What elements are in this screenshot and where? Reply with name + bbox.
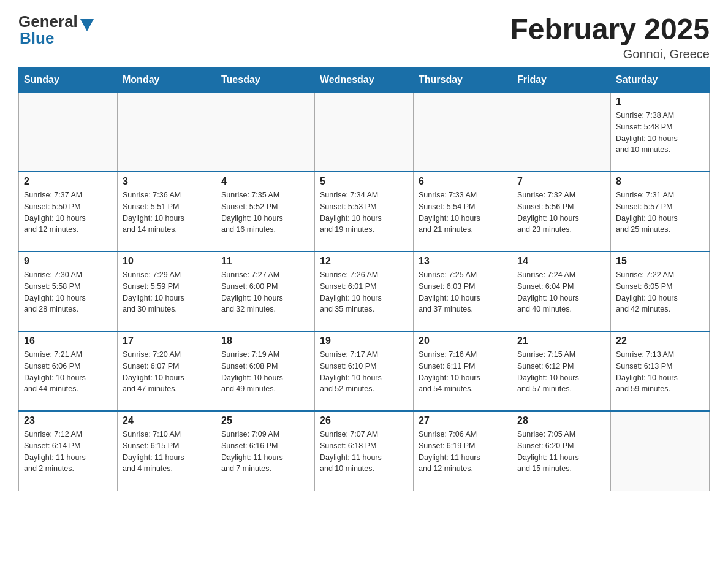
calendar-cell: 6Sunrise: 7:33 AM Sunset: 5:54 PM Daylig… bbox=[414, 172, 512, 251]
day-number: 19 bbox=[320, 335, 408, 347]
calendar-cell: 22Sunrise: 7:13 AM Sunset: 6:13 PM Dayli… bbox=[611, 331, 710, 411]
day-number: 13 bbox=[419, 256, 507, 267]
weekday-header-tuesday: Tuesday bbox=[216, 68, 315, 93]
calendar-cell: 19Sunrise: 7:17 AM Sunset: 6:10 PM Dayli… bbox=[315, 331, 414, 411]
calendar-cell: 12Sunrise: 7:26 AM Sunset: 6:01 PM Dayli… bbox=[315, 251, 414, 331]
calendar-table: SundayMondayTuesdayWednesdayThursdayFrid… bbox=[18, 67, 710, 491]
day-number: 12 bbox=[320, 256, 408, 267]
calendar-cell: 11Sunrise: 7:27 AM Sunset: 6:00 PM Dayli… bbox=[216, 251, 315, 331]
day-info: Sunrise: 7:26 AM Sunset: 6:01 PM Dayligh… bbox=[320, 269, 408, 315]
calendar-cell: 9Sunrise: 7:30 AM Sunset: 5:58 PM Daylig… bbox=[19, 251, 118, 331]
title-section: February 2025 Gonnoi, Greece bbox=[510, 12, 710, 61]
day-info: Sunrise: 7:15 AM Sunset: 6:12 PM Dayligh… bbox=[517, 349, 605, 395]
calendar-week-1: 2Sunrise: 7:37 AM Sunset: 5:50 PM Daylig… bbox=[19, 172, 710, 251]
calendar-cell: 10Sunrise: 7:29 AM Sunset: 5:59 PM Dayli… bbox=[118, 251, 216, 331]
calendar-cell: 1Sunrise: 7:38 AM Sunset: 5:48 PM Daylig… bbox=[611, 92, 710, 172]
day-number: 4 bbox=[221, 176, 309, 187]
calendar-cell: 3Sunrise: 7:36 AM Sunset: 5:51 PM Daylig… bbox=[118, 172, 216, 251]
calendar-cell: 14Sunrise: 7:24 AM Sunset: 6:04 PM Dayli… bbox=[512, 251, 611, 331]
day-info: Sunrise: 7:31 AM Sunset: 5:57 PM Dayligh… bbox=[616, 190, 704, 236]
day-number: 20 bbox=[419, 335, 507, 347]
day-info: Sunrise: 7:35 AM Sunset: 5:52 PM Dayligh… bbox=[221, 190, 309, 236]
calendar-cell: 24Sunrise: 7:10 AM Sunset: 6:15 PM Dayli… bbox=[118, 411, 216, 491]
calendar-cell bbox=[216, 92, 315, 172]
calendar-cell: 16Sunrise: 7:21 AM Sunset: 6:06 PM Dayli… bbox=[19, 331, 118, 411]
day-info: Sunrise: 7:16 AM Sunset: 6:11 PM Dayligh… bbox=[419, 349, 507, 395]
day-info: Sunrise: 7:22 AM Sunset: 6:05 PM Dayligh… bbox=[616, 269, 704, 315]
calendar-cell: 25Sunrise: 7:09 AM Sunset: 6:16 PM Dayli… bbox=[216, 411, 315, 491]
day-info: Sunrise: 7:36 AM Sunset: 5:51 PM Dayligh… bbox=[123, 190, 211, 236]
day-number: 21 bbox=[517, 335, 605, 347]
day-info: Sunrise: 7:32 AM Sunset: 5:56 PM Dayligh… bbox=[517, 190, 605, 236]
day-number: 8 bbox=[616, 176, 704, 187]
day-info: Sunrise: 7:24 AM Sunset: 6:04 PM Dayligh… bbox=[517, 269, 605, 315]
calendar-cell: 15Sunrise: 7:22 AM Sunset: 6:05 PM Dayli… bbox=[611, 251, 710, 331]
calendar-week-4: 23Sunrise: 7:12 AM Sunset: 6:14 PM Dayli… bbox=[19, 411, 710, 491]
calendar-cell: 27Sunrise: 7:06 AM Sunset: 6:19 PM Dayli… bbox=[414, 411, 512, 491]
calendar-cell: 26Sunrise: 7:07 AM Sunset: 6:18 PM Dayli… bbox=[315, 411, 414, 491]
day-info: Sunrise: 7:12 AM Sunset: 6:14 PM Dayligh… bbox=[24, 429, 112, 475]
day-info: Sunrise: 7:38 AM Sunset: 5:48 PM Dayligh… bbox=[616, 110, 704, 156]
calendar-cell: 28Sunrise: 7:05 AM Sunset: 6:20 PM Dayli… bbox=[512, 411, 611, 491]
day-number: 16 bbox=[24, 335, 112, 347]
weekday-header-wednesday: Wednesday bbox=[315, 68, 414, 93]
day-number: 27 bbox=[419, 415, 507, 426]
calendar-week-3: 16Sunrise: 7:21 AM Sunset: 6:06 PM Dayli… bbox=[19, 331, 710, 411]
logo: General Blue bbox=[18, 12, 94, 48]
calendar-cell: 13Sunrise: 7:25 AM Sunset: 6:03 PM Dayli… bbox=[414, 251, 512, 331]
calendar-cell: 5Sunrise: 7:34 AM Sunset: 5:53 PM Daylig… bbox=[315, 172, 414, 251]
calendar-cell: 7Sunrise: 7:32 AM Sunset: 5:56 PM Daylig… bbox=[512, 172, 611, 251]
page-header: General Blue February 2025 Gonnoi, Greec… bbox=[18, 12, 710, 61]
day-number: 24 bbox=[123, 415, 211, 426]
calendar-cell: 2Sunrise: 7:37 AM Sunset: 5:50 PM Daylig… bbox=[19, 172, 118, 251]
day-info: Sunrise: 7:34 AM Sunset: 5:53 PM Dayligh… bbox=[320, 190, 408, 236]
day-number: 22 bbox=[616, 335, 704, 347]
weekday-header-thursday: Thursday bbox=[414, 68, 512, 93]
day-number: 10 bbox=[123, 256, 211, 267]
day-number: 5 bbox=[320, 176, 408, 187]
calendar-cell: 17Sunrise: 7:20 AM Sunset: 6:07 PM Dayli… bbox=[118, 331, 216, 411]
day-number: 1 bbox=[616, 96, 704, 107]
day-info: Sunrise: 7:33 AM Sunset: 5:54 PM Dayligh… bbox=[419, 190, 507, 236]
location-text: Gonnoi, Greece bbox=[510, 47, 710, 61]
day-info: Sunrise: 7:17 AM Sunset: 6:10 PM Dayligh… bbox=[320, 349, 408, 395]
logo-blue-text: Blue bbox=[20, 29, 54, 48]
day-number: 7 bbox=[517, 176, 605, 187]
day-info: Sunrise: 7:20 AM Sunset: 6:07 PM Dayligh… bbox=[123, 349, 211, 395]
calendar-cell: 21Sunrise: 7:15 AM Sunset: 6:12 PM Dayli… bbox=[512, 331, 611, 411]
calendar-week-2: 9Sunrise: 7:30 AM Sunset: 5:58 PM Daylig… bbox=[19, 251, 710, 331]
day-number: 9 bbox=[24, 256, 112, 267]
day-info: Sunrise: 7:30 AM Sunset: 5:58 PM Dayligh… bbox=[24, 269, 112, 315]
calendar-cell: 8Sunrise: 7:31 AM Sunset: 5:57 PM Daylig… bbox=[611, 172, 710, 251]
day-info: Sunrise: 7:21 AM Sunset: 6:06 PM Dayligh… bbox=[24, 349, 112, 395]
day-number: 11 bbox=[221, 256, 309, 267]
day-info: Sunrise: 7:27 AM Sunset: 6:00 PM Dayligh… bbox=[221, 269, 309, 315]
day-info: Sunrise: 7:25 AM Sunset: 6:03 PM Dayligh… bbox=[419, 269, 507, 315]
day-number: 17 bbox=[123, 335, 211, 347]
day-info: Sunrise: 7:07 AM Sunset: 6:18 PM Dayligh… bbox=[320, 429, 408, 475]
day-info: Sunrise: 7:06 AM Sunset: 6:19 PM Dayligh… bbox=[419, 429, 507, 475]
calendar-cell: 18Sunrise: 7:19 AM Sunset: 6:08 PM Dayli… bbox=[216, 331, 315, 411]
weekday-header-saturday: Saturday bbox=[611, 68, 710, 93]
day-info: Sunrise: 7:19 AM Sunset: 6:08 PM Dayligh… bbox=[221, 349, 309, 395]
day-number: 18 bbox=[221, 335, 309, 347]
day-number: 25 bbox=[221, 415, 309, 426]
day-number: 26 bbox=[320, 415, 408, 426]
day-info: Sunrise: 7:05 AM Sunset: 6:20 PM Dayligh… bbox=[517, 429, 605, 475]
svg-marker-0 bbox=[80, 19, 94, 31]
day-number: 15 bbox=[616, 256, 704, 267]
weekday-header-friday: Friday bbox=[512, 68, 611, 93]
calendar-cell bbox=[611, 411, 710, 491]
calendar-cell bbox=[19, 92, 118, 172]
day-info: Sunrise: 7:29 AM Sunset: 5:59 PM Dayligh… bbox=[123, 269, 211, 315]
weekday-header-sunday: Sunday bbox=[19, 68, 118, 93]
day-number: 23 bbox=[24, 415, 112, 426]
day-info: Sunrise: 7:37 AM Sunset: 5:50 PM Dayligh… bbox=[24, 190, 112, 236]
calendar-header-row: SundayMondayTuesdayWednesdayThursdayFrid… bbox=[19, 68, 710, 93]
calendar-cell bbox=[315, 92, 414, 172]
calendar-cell: 20Sunrise: 7:16 AM Sunset: 6:11 PM Dayli… bbox=[414, 331, 512, 411]
calendar-cell: 4Sunrise: 7:35 AM Sunset: 5:52 PM Daylig… bbox=[216, 172, 315, 251]
calendar-week-0: 1Sunrise: 7:38 AM Sunset: 5:48 PM Daylig… bbox=[19, 92, 710, 172]
calendar-cell bbox=[118, 92, 216, 172]
logo-arrow-icon bbox=[80, 19, 94, 31]
